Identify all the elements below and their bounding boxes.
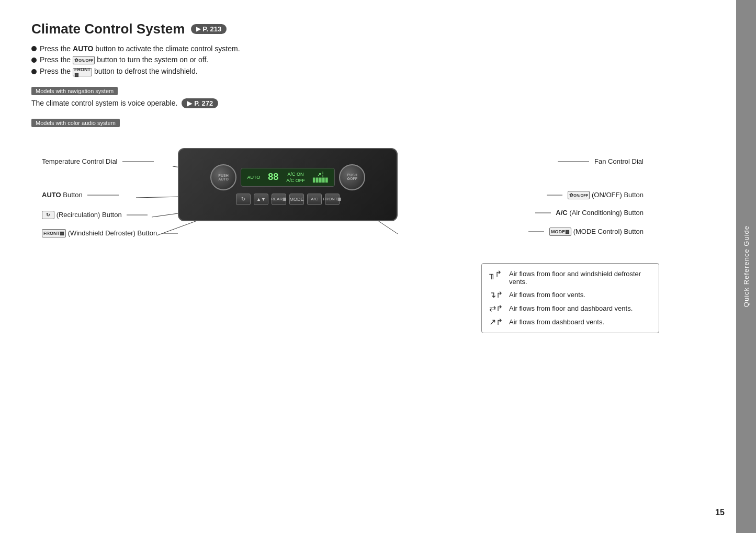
page-ref-badge: ▶ P. 213 xyxy=(191,24,227,34)
vent-icon-display: ↗┊ xyxy=(317,172,324,177)
ac-label-text: (Air Conditioning) Button xyxy=(569,209,644,217)
label-defroster: FRONT▦ (Windshield Defroster) Button xyxy=(42,229,178,238)
defroster-label-text: (Windshield Defroster) Button xyxy=(68,229,157,237)
airflow-box: ╖↱ Air flows from floor and windshield d… xyxy=(481,263,659,333)
title-text: Climate Control System xyxy=(31,21,185,37)
panel-btn-2-icon: ▲▼ xyxy=(256,197,266,202)
mode-icon: MODE▦ xyxy=(549,228,571,236)
panel-btn-5[interactable]: A/C xyxy=(307,194,322,205)
bullet-text-1: Press the AUTO button to activate the cl… xyxy=(40,44,240,53)
page-title: Climate Control System ▶ P. 213 xyxy=(31,21,717,37)
airflow-row-1: ╖↱ Air flows from floor and windshield d… xyxy=(489,270,651,286)
label-temp-dial: Temperature Control Dial xyxy=(42,157,154,165)
page-ref-text: P. 213 xyxy=(202,25,221,33)
panel-btn-1-icon: ↻ xyxy=(241,196,245,202)
panel-btn-2[interactable]: ▲▼ xyxy=(254,194,268,205)
push-auto-label: PUSHAUTO xyxy=(218,174,229,181)
auto-btn-bold: AUTO xyxy=(42,191,61,199)
airflow-text-4: Air flows from dashboard vents. xyxy=(509,318,604,326)
airflow-row-3: ⇄↱ Air flows from floor and dashboard ve… xyxy=(489,304,651,313)
airflow-text-1: Air flows from floor and windshield defr… xyxy=(509,270,651,286)
front-icon-inline: FRONT▦ xyxy=(73,68,92,76)
auto-btn-label: Button xyxy=(63,191,83,199)
label-mode: MODE▦ (MODE Control) Button xyxy=(528,228,644,236)
display-icons: A/C ON A/C OFF xyxy=(286,172,305,183)
push-off-label: PUSH✿OFF xyxy=(347,173,357,181)
vent-icons: ↗┊ ▊▊▊▊▊ xyxy=(313,172,329,183)
airflow-row-4: ↗↱ Air flows from dashboard vents. xyxy=(489,318,651,326)
panel-btn-6[interactable]: FRONT▦ xyxy=(325,194,340,205)
panel-btn-4[interactable]: MODE xyxy=(289,194,304,205)
ac-bold: A/C xyxy=(556,209,567,217)
main-content: Climate Control System ▶ P. 213 Press th… xyxy=(31,21,717,357)
temp-dial-label-text: Temperature Control Dial xyxy=(42,157,118,165)
mode-label-text: (MODE Control) Button xyxy=(573,228,644,235)
airflow-row-2: ↴↱ Air flows from floor vents. xyxy=(489,291,651,299)
fan-dial[interactable]: PUSH✿OFF xyxy=(339,164,365,190)
ac-on-label: A/C ON xyxy=(287,172,303,177)
panel-btn-5-icon: A/C xyxy=(311,197,318,201)
label-auto-btn: AUTO Button xyxy=(42,191,119,199)
bullet-item-1: Press the AUTO button to activate the cl… xyxy=(31,44,717,53)
label-fan-dial: Fan Control Dial xyxy=(558,157,644,165)
nav-model-description: The climate control system is voice oper… xyxy=(31,99,177,107)
nav-ref-badge: ▶ P. 272 xyxy=(182,98,218,108)
nav-arrow-icon: ▶ xyxy=(187,99,192,107)
bullet-dot-3 xyxy=(31,69,37,74)
airflow-text-3: Air flows from floor and dashboard vents… xyxy=(509,304,633,312)
bullet-item-3: Press the FRONT▦ button to defrost the w… xyxy=(31,67,717,76)
panel-bottom-row: ↻ ▲▼ REAR▦ MODE A/C FRONT▦ xyxy=(185,194,390,205)
airflow-text-2: Air flows from floor vents. xyxy=(509,291,585,299)
temp-dial[interactable]: PUSHAUTO xyxy=(210,164,236,190)
right-sidebar: Quick Reference Guide xyxy=(736,0,756,533)
nav-model-text: The climate control system is voice oper… xyxy=(31,98,717,108)
label-onoff: ✿ON/OFF (ON/OFF) Button xyxy=(547,191,644,200)
bullet-text-2: Press the ✿ON/OFF button to turn the sys… xyxy=(40,55,208,64)
airflow-icon-3: ⇄↱ xyxy=(489,304,504,313)
nav-model-badge: Models with navigation system xyxy=(31,87,118,95)
onoff-icon-inline: ✿ON/OFF xyxy=(73,56,95,64)
bullet-list: Press the AUTO button to activate the cl… xyxy=(31,44,717,76)
recirc-label-text: (Recirculation) Button xyxy=(57,211,122,219)
label-ac: A/C (Air Conditioning) Button xyxy=(535,209,644,217)
diagram-area: Temperature Control Dial AUTO Button ↻ (… xyxy=(31,138,659,357)
temp-display: 88 xyxy=(268,172,278,183)
recirc-icon: ↻ xyxy=(42,211,54,219)
panel-btn-4-icon: MODE xyxy=(290,197,304,202)
airflow-icon-2: ↴↱ xyxy=(489,291,504,299)
airflow-icon-1: ╖↱ xyxy=(489,270,504,278)
onoff-label-text: (ON/OFF) Button xyxy=(592,191,644,199)
bar-icon-display: ▊▊▊▊▊ xyxy=(313,178,329,183)
bullet-item-2: Press the ✿ON/OFF button to turn the sys… xyxy=(31,55,717,64)
bullet-text-3: Press the FRONT▦ button to defrost the w… xyxy=(40,67,198,76)
panel-btn-3-icon: REAR▦ xyxy=(271,197,287,201)
panel-top-row: PUSHAUTO AUTO 88 A/C ON A/C OFF ↗┊ ▊▊▊▊▊ xyxy=(185,164,390,190)
page-number: 15 xyxy=(715,508,725,517)
panel-btn-3[interactable]: REAR▦ xyxy=(272,194,286,205)
airflow-icon-4: ↗↱ xyxy=(489,318,504,326)
control-panel: PUSHAUTO AUTO 88 A/C ON A/C OFF ↗┊ ▊▊▊▊▊ xyxy=(178,148,398,221)
display-screen: AUTO 88 A/C ON A/C OFF ↗┊ ▊▊▊▊▊ xyxy=(241,168,335,187)
auto-display-label: AUTO xyxy=(247,175,260,180)
onoff-label-icon: ✿ON/OFF xyxy=(568,191,590,199)
sidebar-text: Quick Reference Guide xyxy=(742,225,750,307)
bullet-dot-1 xyxy=(31,46,37,51)
arrow-icon: ▶ xyxy=(196,26,200,32)
panel-btn-6-icon: FRONT▦ xyxy=(323,197,342,201)
panel-btn-1[interactable]: ↻ xyxy=(236,194,251,205)
color-audio-badge: Models with color audio system xyxy=(31,119,120,127)
nav-ref-text: P. 272 xyxy=(194,99,213,107)
defroster-icon: FRONT▦ xyxy=(42,229,66,237)
label-recirc: ↻ (Recirculation) Button xyxy=(42,211,148,220)
bullet-dot-2 xyxy=(31,58,37,63)
ac-off-label: A/C OFF xyxy=(286,178,305,183)
fan-dial-label-text: Fan Control Dial xyxy=(594,157,644,165)
